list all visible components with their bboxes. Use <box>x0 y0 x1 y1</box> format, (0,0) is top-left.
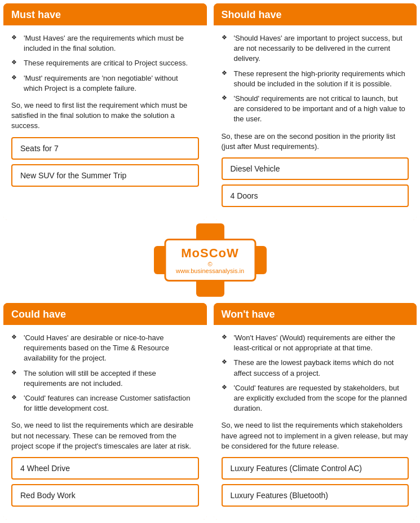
must-have-bullet-1: 'Must Haves' are the requirements which … <box>11 31 199 56</box>
could-have-title: Could have <box>11 309 199 320</box>
could-have-body: 'Could Haves' are desirable or nice-to-h… <box>3 325 207 520</box>
must-have-item-1: Seats for 7 <box>11 137 199 160</box>
could-have-summary: So, we need to list the requirements whi… <box>11 420 199 451</box>
should-have-bullets: 'Should Haves' are important to project … <box>222 31 409 127</box>
top-row: Must have 'Must Haves' are the requireme… <box>0 0 420 223</box>
could-have-item-2: Red Body Work <box>11 484 199 507</box>
must-have-panel: Must have 'Must Haves' are the requireme… <box>3 3 207 220</box>
should-have-item-2: 4 Doors <box>222 184 409 207</box>
wont-have-bullet-1: 'Won't Haves' (Would) requirements are e… <box>222 331 409 355</box>
center-title: MoSCoW <box>176 246 244 261</box>
could-have-bullets: 'Could Haves' are desirable or nice-to-h… <box>11 331 199 416</box>
wont-have-header: Won't have <box>214 303 417 325</box>
middle-connector: MoSCoW © www.businessanalysis.in <box>0 223 420 297</box>
could-have-panel: Could have 'Could Haves' are desirable o… <box>3 303 207 520</box>
must-have-title: Must have <box>11 9 199 21</box>
should-have-bullet-3: 'Should' requirements are not critical t… <box>222 91 409 127</box>
must-have-summary: So, we need to first list the requiremen… <box>11 100 199 131</box>
must-have-header: Must have <box>3 3 207 25</box>
bottom-row: Could have 'Could Haves' are desirable o… <box>0 300 420 523</box>
moscow-container: Must have 'Must Haves' are the requireme… <box>0 0 420 523</box>
should-have-bullet-2: These represent the high-priority requir… <box>222 67 409 91</box>
should-have-body: 'Should Haves' are important to project … <box>214 25 417 220</box>
must-have-bullets: 'Must Haves' are the requirements which … <box>11 31 199 96</box>
could-have-bullet-2: The solution will still be accepted if t… <box>11 366 199 391</box>
should-have-panel: Should have 'Should Haves' are important… <box>214 3 417 220</box>
wont-have-summary: So, we need to list the requirements whi… <box>222 420 409 451</box>
wont-have-panel: Won't have 'Won't Haves' (Would) require… <box>214 303 417 520</box>
could-have-header: Could have <box>3 303 207 325</box>
connector-shape: MoSCoW © www.businessanalysis.in <box>154 223 267 297</box>
should-have-item-1: Diesel Vehicle <box>222 157 409 180</box>
should-have-summary: So, these are on the second position in … <box>222 131 409 152</box>
wont-have-bullet-3: 'Could' features are requested by stakeh… <box>222 381 409 416</box>
could-have-item-1: 4 Wheel Drive <box>11 457 199 480</box>
must-have-body: 'Must Haves' are the requirements which … <box>3 25 207 220</box>
must-have-bullet-3: 'Must' requirements are 'non negotiable'… <box>11 71 199 96</box>
center-subtitle: © www.businessanalysis.in <box>176 261 244 274</box>
could-have-bullet-3: 'Could' features can increase Customer s… <box>11 391 199 416</box>
wont-have-bullet-2: These are the lowest payback items which… <box>222 355 409 380</box>
wont-have-item-2: Luxury Features (Bluetooth) <box>222 484 409 507</box>
should-have-header: Should have <box>214 3 417 25</box>
center-label: MoSCoW © www.businessanalysis.in <box>164 239 256 282</box>
wont-have-title: Won't have <box>222 309 409 320</box>
could-have-bullet-1: 'Could Haves' are desirable or nice-to-h… <box>11 331 199 366</box>
should-have-bullet-1: 'Should Haves' are important to project … <box>222 31 409 67</box>
wont-have-bullets: 'Won't Haves' (Would) requirements are e… <box>222 331 409 416</box>
must-have-item-2: New SUV for the Summer Trip <box>11 164 199 187</box>
wont-have-item-1: Luxury Features (Climate Control AC) <box>222 457 409 480</box>
wont-have-body: 'Won't Haves' (Would) requirements are e… <box>214 325 417 520</box>
must-have-bullet-2: These requirements are critical to Proje… <box>11 56 199 71</box>
should-have-title: Should have <box>222 9 409 21</box>
